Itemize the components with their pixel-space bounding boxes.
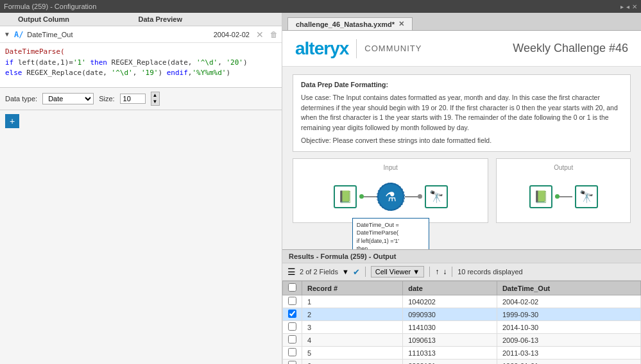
row-checkbox[interactable] (288, 361, 296, 364)
output-browse-icon: 🔭 (575, 185, 598, 208)
float-icon[interactable]: ◂ (626, 3, 629, 10)
tab-challenge[interactable]: challenge_46_Natasha.yxmd* ✕ (287, 17, 413, 30)
formula-kw-endif: endif (167, 69, 188, 77)
workflow-input-label: Input (298, 164, 483, 171)
out-dot-1 (359, 194, 364, 199)
formula-str-2: '^ (196, 58, 205, 67)
column-clear-icon[interactable]: ✕ (256, 29, 264, 40)
column-type-icon: A/ (14, 30, 23, 39)
datatype-select[interactable]: Date DateTime String (42, 93, 94, 104)
tooltip-line3: if left(date,1) ='1' (357, 237, 425, 245)
table-row: 511103132011-03-13 (283, 347, 641, 360)
results-table-wrapper: Record # date DateTime_Out 110402022004-… (282, 281, 641, 364)
desc-title: Data Prep Date Formatting: (301, 80, 622, 90)
toolbar-sep-3 (452, 267, 452, 277)
tab-bar: challenge_46_Natasha.yxmd* ✕ (282, 13, 641, 31)
row-checkbox[interactable] (288, 310, 296, 318)
formula-kw-then: then (90, 58, 107, 67)
toolbar-sep-2 (429, 267, 430, 277)
datatype-row: Data type: Date DateTime String Size: ▲ … (0, 88, 282, 110)
row-checkbox[interactable] (288, 348, 296, 356)
input-book-node[interactable]: 📗 (331, 183, 359, 211)
cell-viewer-label: Cell Viewer (375, 268, 411, 276)
th-checkbox (283, 281, 302, 295)
table-row: 209909301999-09-30 (283, 308, 641, 321)
out-dot-output (555, 194, 560, 199)
title-bar-text: Formula (259) - Configuration (4, 3, 96, 10)
formula-editor[interactable]: DateTimeParse( if left(date,1)='1' then … (0, 43, 282, 88)
column-chevron[interactable]: ▼ (4, 31, 10, 38)
cell-record-num: 5 (302, 347, 403, 360)
output-connector (555, 194, 572, 199)
th-date[interactable]: date (403, 281, 497, 295)
sort-asc-icon[interactable]: ↑ (435, 267, 439, 276)
cell-datetime: 2009-06-13 (497, 334, 640, 347)
fields-checkmark-icon[interactable]: ✔ (353, 267, 360, 277)
size-up-button[interactable]: ▲ (151, 92, 159, 99)
output-browse-node[interactable]: 🔭 (572, 183, 601, 211)
formula-text-1: left(date,1)= (18, 58, 73, 67)
formula-node[interactable]: ⚗ (377, 183, 405, 211)
in-dot-2 (418, 194, 422, 199)
browse-icon: 🔭 (425, 185, 448, 208)
formula-text-4: , (218, 58, 226, 67)
cell-record-num: 2 (302, 308, 403, 321)
fields-dropdown-icon[interactable]: ▼ (342, 268, 349, 276)
select-all-checkbox[interactable] (288, 283, 296, 292)
row-checkbox[interactable] (288, 322, 296, 331)
cell-date: 1141030 (403, 321, 497, 334)
row-checkbox[interactable] (288, 297, 296, 305)
column-row: ▼ A/ DateTime_Out 2004-02-02 ✕ 🗑 (0, 26, 282, 43)
fields-count: 2 of 2 Fields (300, 268, 338, 276)
connector-1 (359, 194, 377, 199)
cell-record-num: 1 (302, 295, 403, 308)
workflow-input-box: Input 📗 (293, 158, 488, 223)
output-book-icon: 📗 (529, 185, 552, 208)
size-down-button[interactable]: ▼ (151, 99, 159, 105)
row-checkbox[interactable] (288, 335, 296, 343)
alteryx-logo: alteryx (295, 38, 348, 59)
fields-selector-icon[interactable]: ☰ (287, 267, 296, 277)
cell-viewer-button[interactable]: Cell Viewer ▼ (371, 266, 424, 277)
input-browse-node[interactable]: 🔭 (422, 183, 450, 211)
close-icon[interactable]: ✕ (632, 3, 637, 10)
alteryx-brand: alteryx COMMUNITY (295, 38, 422, 59)
input-book-icon: 📗 (334, 185, 357, 208)
alteryx-header: alteryx COMMUNITY Weekly Challenge #46 (282, 31, 641, 67)
formula-text-7: , (133, 69, 141, 77)
cell-datetime: 1900-01-01 (497, 360, 640, 365)
cell-record-num: 3 (302, 321, 403, 334)
workflow-output-label: Output (502, 164, 625, 171)
column-name[interactable]: DateTime_Out (27, 31, 209, 38)
add-expression-button[interactable]: + (5, 114, 19, 128)
cell-date: 1110313 (403, 347, 497, 360)
left-panel: Output Column Data Preview ▼ A/ DateTime… (0, 13, 282, 364)
output-book-node[interactable]: 📗 (527, 183, 555, 211)
th-datetime[interactable]: DateTime_Out (497, 281, 640, 295)
formula-text-10: ) (226, 69, 230, 77)
workflow-output-nodes: 📗 🔭 (502, 176, 625, 217)
workflow-input-nodes: 📗 ⚗ (298, 176, 483, 217)
tab-label: challenge_46_Natasha.yxmd* (296, 21, 395, 28)
formula-text-6: REGEX_Replace(date, (26, 69, 111, 77)
sort-desc-icon[interactable]: ↓ (443, 267, 447, 276)
formula-kw-else: else (5, 69, 26, 77)
table-header-row: Record # date DateTime_Out (283, 281, 641, 295)
add-row: + (0, 110, 282, 132)
title-bar: Formula (259) - Configuration ▸ ◂ ✕ (0, 0, 641, 13)
cell-datetime: 2014-10-30 (497, 321, 640, 334)
formula-text-3: REGEX_Replace(date, (107, 58, 196, 67)
column-delete-icon[interactable]: 🗑 (270, 30, 278, 39)
output-column-header: Output Column (18, 15, 139, 23)
cell-date: 1090613 (403, 334, 497, 347)
th-record[interactable]: Record # (302, 281, 403, 295)
size-stepper[interactable]: ▲ ▼ (151, 92, 160, 106)
tab-close-icon[interactable]: ✕ (398, 20, 404, 28)
formula-str-1: '1' (73, 58, 86, 67)
pin-icon[interactable]: ▸ (620, 3, 624, 10)
brand-divider (356, 39, 357, 58)
cell-viewer-dropdown-icon: ▼ (413, 268, 420, 276)
tooltip-line2: DateTimeParse( (357, 229, 425, 237)
right-panel: challenge_46_Natasha.yxmd* ✕ alteryx COM… (282, 13, 641, 364)
size-input[interactable] (120, 94, 146, 104)
